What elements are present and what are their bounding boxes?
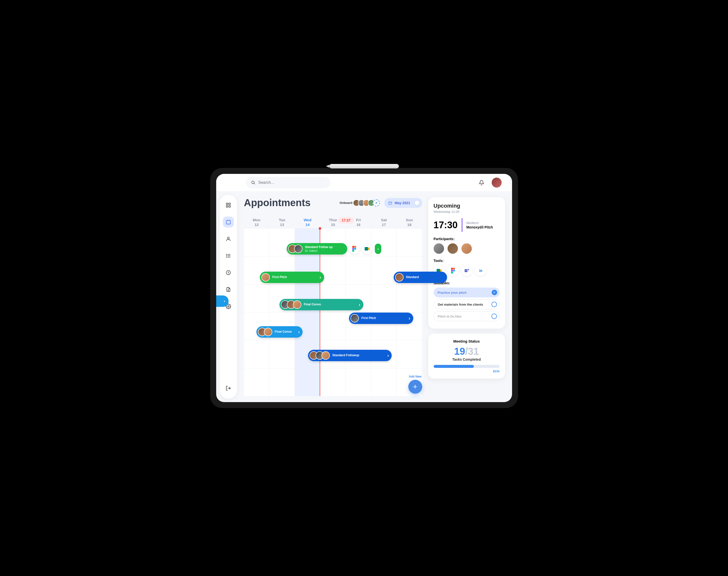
event-title: Standard Follow up [305,245,333,249]
chevron-right-icon: › [409,316,410,321]
nav-list[interactable] [223,250,234,261]
nav-profile[interactable] [223,233,234,244]
svg-rect-6 [226,221,230,224]
event-title: Final Convo [304,303,321,307]
svg-line-1 [254,183,255,184]
svg-rect-28 [352,250,354,252]
tool-teams[interactable]: T [461,265,472,276]
event-item[interactable]: Standard Followup › [308,350,392,361]
tools-label: Tools: [433,259,500,263]
event-expand[interactable]: ‹ [375,243,381,254]
chevron-right-icon: › [387,353,389,358]
stylus [329,164,399,168]
svg-point-15 [226,256,227,256]
svg-point-14 [226,254,227,255]
svg-text:in: in [479,269,482,272]
day-header[interactable]: Sat17 [371,218,397,227]
event-title: First Pitch [361,316,376,320]
add-onboard-button[interactable]: + [373,199,380,206]
event-title: Final Convo [275,330,292,334]
document-icon [226,287,231,292]
svg-rect-29 [365,247,368,251]
event-item[interactable]: Standard [394,271,447,283]
status-card: Meeting Status 19/31 Tasks Completed 61% [428,334,505,378]
progress-percent: 61% [433,369,500,373]
calendar-small-icon [388,201,392,205]
event-item[interactable]: Final Convo › [279,299,363,310]
list-icon [226,253,231,258]
tool-meet[interactable] [362,243,372,254]
search-input[interactable] [258,180,326,185]
subtask-item[interactable]: Get materials from the clients [433,299,500,309]
calendar-panel: Appointments Onboard: + May 2021 1 [244,197,422,396]
upcoming-card: Upcoming Wednesday 12.05 17:30 Medtech M… [428,197,505,329]
chevron-right-icon: › [359,302,360,307]
fab-label: Add New [409,375,421,378]
figma-icon [352,246,357,252]
svg-rect-3 [229,203,230,205]
svg-rect-35 [453,268,455,270]
svg-rect-4 [226,206,228,207]
grid-icon [226,202,231,208]
nav-dashboard[interactable] [223,200,234,211]
person-icon [226,236,231,241]
svg-point-16 [226,257,227,258]
add-new-button[interactable]: + [408,380,422,394]
event-item[interactable]: First Pitch › [349,313,413,324]
month-label: May 2021 [395,201,410,205]
svg-rect-2 [226,203,228,205]
nav-docs[interactable] [223,284,234,295]
upcoming-category: Medtech [467,221,493,225]
status-title: Meeting Status [433,339,500,343]
tool-linkedin[interactable]: in [475,265,486,276]
onboard-label: Onboard: [340,201,353,205]
event-title: First Pitch [272,275,287,279]
svg-point-10 [227,237,229,239]
subtask-item[interactable]: Practice your pitch✓ [433,288,500,297]
day-header[interactable]: Mon12 [244,218,270,227]
svg-marker-30 [368,247,370,251]
event-edge-prev[interactable]: › [216,295,229,307]
nav-calendar[interactable] [223,217,234,228]
logout-icon [226,385,231,391]
month-selector[interactable]: May 2021 [384,198,422,208]
teams-icon: T [464,268,470,273]
svg-rect-27 [352,248,354,250]
svg-point-20 [228,306,229,307]
event-item[interactable]: Final Convo › [256,326,303,338]
progress-bar [433,365,500,368]
participant-avatar[interactable] [448,243,458,254]
calendar-grid: Standard Follow upDr. Gilbert ‹ First Pi… [244,228,422,396]
nav-history[interactable] [223,267,234,278]
day-header[interactable]: Tue13 [269,218,295,227]
current-time-badge: 17:27 [338,217,354,224]
divider [462,218,463,232]
notifications-button[interactable] [476,177,487,188]
subtask-text: Get materials from the clients [438,303,483,306]
upcoming-title: Upcoming [433,203,500,209]
svg-text:T: T [465,269,467,272]
svg-rect-36 [451,270,453,271]
svg-point-24 [354,248,356,250]
calendar-icon [226,219,231,225]
participant-avatar[interactable] [433,243,444,254]
nav-logout[interactable] [223,383,234,394]
svg-rect-34 [451,268,453,270]
subtask-item[interactable]: Pitch to Dr.Alex [433,311,500,321]
event-item[interactable]: Standard Follow upDr. Gilbert [287,243,347,255]
svg-rect-26 [354,246,356,248]
subtask-text: Practice your pitch [438,291,467,294]
svg-point-40 [468,269,469,270]
event-item[interactable]: First Pitch › [260,271,324,283]
day-header[interactable]: Sun18 [397,218,422,227]
user-avatar[interactable] [491,177,502,188]
tool-figma[interactable] [349,243,359,254]
status-subtitle: Tasks Completed [433,357,500,362]
bell-icon [479,180,484,185]
tool-figma[interactable] [448,265,458,276]
search-box[interactable] [246,177,330,188]
event-title: Standard [406,275,419,279]
day-header[interactable]: Wed14 [295,218,320,227]
participant-avatar[interactable] [461,243,472,254]
event-subtitle: Dr. Gilbert [305,249,333,252]
